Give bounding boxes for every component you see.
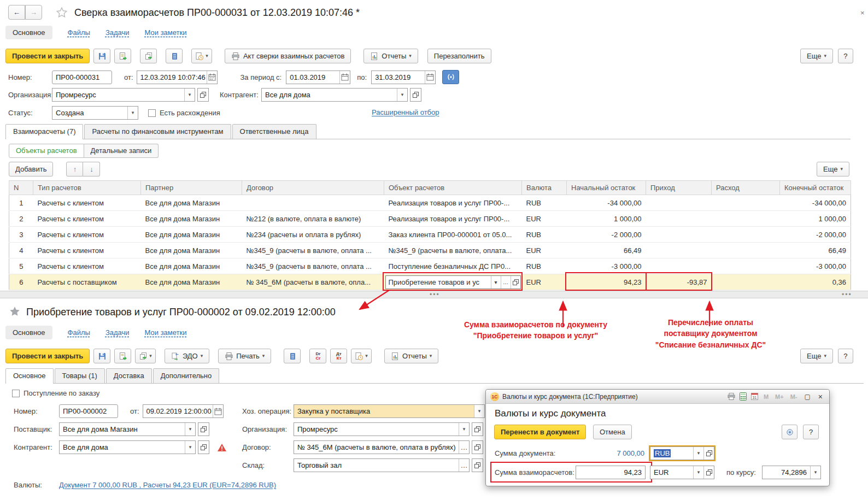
table-cell[interactable]: -3 000,00 — [567, 258, 646, 274]
open-icon[interactable] — [472, 458, 483, 472]
favorite-star-icon[interactable] — [9, 305, 21, 317]
table-more-button[interactable]: Еще▾ — [817, 162, 849, 177]
post-button[interactable] — [114, 49, 131, 63]
dropdown-icon[interactable]: ▾ — [810, 466, 820, 479]
table-cell[interactable]: Поступление безналичных ДС ПР0... — [384, 258, 522, 274]
open-icon[interactable] — [472, 440, 483, 454]
organization-field[interactable]: Промресурс▾ — [294, 422, 470, 436]
number-field[interactable]: ПР00-000031 — [52, 70, 112, 84]
column-header[interactable]: Договор — [242, 181, 384, 195]
table-cell[interactable] — [712, 258, 780, 274]
post-and-close-button[interactable]: Провести и закрыть — [5, 349, 90, 363]
register-records-button[interactable] — [284, 349, 301, 363]
dropdown-icon[interactable]: ▾ — [693, 466, 703, 479]
advanced-filter-link[interactable]: Расширенный отбор — [372, 108, 439, 116]
table-cell[interactable]: 1 000,00 — [567, 211, 646, 227]
more-button[interactable]: Еще▾ — [800, 49, 833, 63]
warehouse-field[interactable]: Торговый зал… — [294, 458, 470, 472]
table-cell[interactable]: 0,36 — [780, 274, 851, 290]
table-cell[interactable]: Расчеты с поставщиком — [33, 274, 141, 290]
post-and-open-button[interactable] — [140, 49, 157, 63]
organization-field[interactable]: Промресурс▾ — [52, 88, 195, 102]
dropdown-icon[interactable]: ▾ — [474, 405, 484, 417]
ellipsis-button[interactable]: … — [501, 276, 511, 289]
column-header[interactable]: N — [9, 181, 33, 195]
help-button[interactable]: ? — [838, 349, 853, 363]
table-cell[interactable]: RUB — [522, 258, 567, 274]
reports-button[interactable]: Отчеты▾ — [363, 49, 418, 63]
tab-files[interactable]: Файлы — [68, 328, 90, 337]
ellipsis-button[interactable]: … — [459, 441, 469, 454]
toggle-objects[interactable]: Объекты расчетов — [9, 144, 84, 158]
table-cell[interactable]: 4 — [9, 243, 33, 258]
table-cell[interactable]: -2 000,00 — [780, 227, 851, 243]
drcr-button[interactable]: DrCr — [309, 349, 326, 363]
table-cell[interactable] — [712, 243, 780, 258]
tab-settlements[interactable]: Взаиморасчеты (7) — [5, 124, 83, 139]
favorite-star-icon[interactable] — [56, 7, 68, 19]
table-cell[interactable]: EUR — [522, 274, 567, 290]
tab-extra[interactable]: Дополнительно — [153, 368, 220, 383]
table-cell[interactable]: -34 000,00 — [780, 195, 851, 211]
table-cell[interactable]: Все для дома Магазин — [141, 258, 242, 274]
register-records-button[interactable] — [166, 49, 183, 63]
move-down-icon[interactable]: ↓ — [83, 162, 100, 177]
form-settings-button[interactable] — [782, 425, 797, 439]
table-cell[interactable]: EUR — [522, 243, 567, 258]
dropdown-icon[interactable]: ▾ — [184, 89, 195, 101]
column-header[interactable]: Валюта — [522, 181, 567, 195]
dropdown-icon[interactable]: ▾ — [693, 447, 703, 460]
table-cell[interactable] — [646, 227, 712, 243]
close-icon[interactable]: × — [816, 392, 825, 401]
currencies-link[interactable]: Документ 7 000,00 RUB , Расчеты 94,23 EU… — [59, 481, 276, 489]
table-cell[interactable] — [646, 195, 712, 211]
window-splitter[interactable]: ••• ••• — [0, 291, 868, 298]
move-up-icon[interactable]: ↑ — [66, 162, 83, 177]
calendar-icon[interactable] — [425, 71, 435, 84]
column-header[interactable]: Начальный остаток — [567, 181, 646, 195]
table-cell[interactable]: EUR — [522, 211, 567, 227]
memory-mminus-button[interactable]: M- — [789, 393, 799, 400]
status-field[interactable]: Создана▾ — [52, 106, 138, 120]
doc-currency-field[interactable]: RUB ▾ — [650, 446, 714, 460]
column-header[interactable]: Расход — [712, 181, 780, 195]
table-cell[interactable]: Расчеты с клиентом — [33, 227, 141, 243]
table-cell[interactable] — [712, 195, 780, 211]
table-cell[interactable] — [712, 274, 780, 290]
column-header[interactable]: Конечный остаток — [780, 181, 851, 195]
table-cell[interactable]: №345_9 (расчеты в валюте, оплата... — [384, 243, 522, 258]
help-button[interactable]: ? — [838, 49, 853, 63]
table-cell[interactable]: -93,87 — [646, 274, 712, 290]
table-cell[interactable]: № 345_6М (расчеты в валюте, опла... — [242, 274, 384, 290]
tab-notes[interactable]: Мои заметки — [145, 328, 187, 337]
close-icon[interactable]: × — [860, 9, 865, 17]
tab-fin-instruments[interactable]: Расчеты по финансовым инструментам — [84, 124, 231, 139]
table-cell[interactable]: -2 000,00 — [567, 227, 646, 243]
open-icon[interactable] — [197, 88, 209, 102]
ellipsis-button[interactable]: … — [459, 459, 469, 472]
calendar-icon[interactable]: 31 — [750, 392, 759, 401]
supplier-field[interactable]: Все для дома Магазин▾ — [59, 422, 196, 436]
act-button[interactable]: Акт сверки взаимных расчетов — [225, 49, 351, 63]
add-button[interactable]: Добавить — [9, 162, 53, 177]
table-cell[interactable]: №345_9 (расчеты в валюте, оплата ... — [242, 243, 384, 258]
table-cell[interactable]: -34 000,00 — [567, 195, 646, 211]
table-cell[interactable]: Заказ клиента ПР00-000001 от 05.0... — [384, 227, 522, 243]
table-cell[interactable]: №234 (расчеты и оплата в рублях) — [242, 227, 384, 243]
table-row[interactable]: 2Расчеты с клиентомВсе для дома Магазин№… — [9, 211, 851, 227]
tab-notes[interactable]: Мои заметки — [145, 28, 187, 37]
dropdown-icon[interactable]: ▾ — [185, 423, 195, 436]
table-cell[interactable]: Все для дома Магазин — [141, 227, 242, 243]
open-icon[interactable] — [703, 447, 714, 460]
transfer-button[interactable]: Перенести в документ — [494, 425, 586, 439]
table-cell[interactable]: Расчеты с клиентом — [33, 243, 141, 258]
table-cell[interactable]: 6 — [9, 274, 33, 290]
counterparty-field[interactable]: Все для дома▾ — [59, 440, 196, 454]
history-button[interactable]: ▾ — [191, 49, 212, 63]
table-cell[interactable]: 1 000,00 — [780, 211, 851, 227]
calculator-icon[interactable] — [739, 392, 747, 401]
table-cell[interactable]: 3 — [9, 227, 33, 243]
period-to-field[interactable]: 31.03.2019 — [371, 70, 436, 84]
dropdown-icon[interactable]: ▾ — [127, 107, 138, 119]
open-icon[interactable] — [410, 88, 421, 102]
